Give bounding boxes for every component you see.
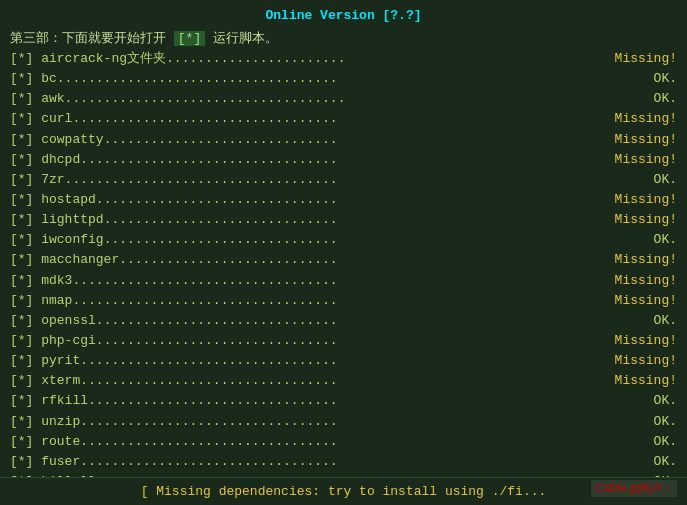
- status-missing: Missing!: [607, 271, 677, 291]
- status-missing: Missing!: [607, 351, 677, 371]
- dep-dots: .................................: [80, 432, 607, 452]
- bottom-message: [ Missing dependencies: try to install u…: [0, 477, 687, 505]
- dep-dots: ...............................: [96, 331, 607, 351]
- dep-row: [*] lighttpd............................…: [10, 210, 677, 230]
- status-ok: OK.: [607, 69, 677, 89]
- dep-dots: ..............................: [104, 210, 607, 230]
- dep-label: [*] awk: [10, 89, 65, 109]
- dep-row: [*] aircrack-ng文件夹......................…: [10, 49, 677, 69]
- dep-dots: ..............................: [104, 230, 607, 250]
- dep-dots: .................................: [80, 371, 607, 391]
- dep-dots: ....................................: [57, 69, 607, 89]
- dep-label: [*] macchanger: [10, 250, 119, 270]
- status-missing: Missing!: [607, 291, 677, 311]
- dep-label: [*] bc: [10, 69, 57, 89]
- dep-label: [*] rfkill: [10, 391, 88, 411]
- status-missing: Missing!: [607, 109, 677, 129]
- dep-label: [*] openssl: [10, 311, 96, 331]
- dep-label: [*] curl: [10, 109, 72, 129]
- status-missing: Missing!: [607, 150, 677, 170]
- dep-label: [*] nmap: [10, 291, 72, 311]
- section3-label: 第三部：下面就要开始打开 [*] 运行脚本。: [10, 29, 677, 47]
- dep-row: [*] hostapd.............................…: [10, 190, 677, 210]
- status-ok: OK.: [607, 391, 677, 411]
- status-ok: OK.: [607, 452, 677, 472]
- status-ok: OK.: [607, 230, 677, 250]
- status-ok: OK.: [607, 432, 677, 452]
- dep-label: [*] aircrack-ng文件夹: [10, 49, 166, 69]
- status-missing: Missing!: [607, 331, 677, 351]
- dep-row: [*] fuser...............................…: [10, 452, 677, 472]
- status-missing: Missing!: [607, 371, 677, 391]
- dep-row: [*] iwconfig............................…: [10, 230, 677, 250]
- dep-label: [*] mdk3: [10, 271, 72, 291]
- dep-dots: ..................................: [72, 291, 607, 311]
- dep-dots: .......................: [166, 49, 607, 69]
- status-ok: OK.: [607, 412, 677, 432]
- dep-row: [*] openssl.............................…: [10, 311, 677, 331]
- status-missing: Missing!: [607, 49, 677, 69]
- dep-row: [*] unzip...............................…: [10, 412, 677, 432]
- dep-label: [*] iwconfig: [10, 230, 104, 250]
- dep-row: [*] macchanger..........................…: [10, 250, 677, 270]
- watermark: CSDN @阿卢：: [591, 480, 677, 497]
- dep-row: [*] curl................................…: [10, 109, 677, 129]
- highlight-section: [*]: [174, 31, 205, 46]
- dep-label: [*] lighttpd: [10, 210, 104, 230]
- dep-label: [*] hostapd: [10, 190, 96, 210]
- status-missing: Missing!: [607, 250, 677, 270]
- dep-row: [*] 7zr.................................…: [10, 170, 677, 190]
- dep-row: [*] mdk3................................…: [10, 271, 677, 291]
- status-ok: OK.: [607, 311, 677, 331]
- dep-row: [*] dhcpd...............................…: [10, 150, 677, 170]
- dep-dots: ..................................: [72, 109, 607, 129]
- dep-dots: ..............................: [104, 130, 607, 150]
- dep-dots: .................................: [80, 150, 607, 170]
- dep-label: [*] 7zr: [10, 170, 65, 190]
- dep-dots: ....................................: [65, 89, 607, 109]
- dep-label: [*] php-cgi: [10, 331, 96, 351]
- dep-label: [*] dhcpd: [10, 150, 80, 170]
- dep-label: [*] pyrit: [10, 351, 80, 371]
- dep-row: [*] pyrit...............................…: [10, 351, 677, 371]
- dep-dots: ...............................: [96, 190, 607, 210]
- dep-dots: ................................: [88, 391, 607, 411]
- dep-row: [*] rfkill..............................…: [10, 391, 677, 411]
- dep-row: [*] php-cgi.............................…: [10, 331, 677, 351]
- header-title: Online Version [?.?]: [10, 8, 677, 23]
- dep-row: [*] route...............................…: [10, 432, 677, 452]
- dependency-list: [*] aircrack-ng文件夹......................…: [10, 49, 677, 492]
- dep-label: [*] unzip: [10, 412, 80, 432]
- dep-dots: ..................................: [72, 271, 607, 291]
- status-ok: OK.: [607, 170, 677, 190]
- dep-row: [*] xterm...............................…: [10, 371, 677, 391]
- status-missing: Missing!: [607, 190, 677, 210]
- dep-dots: ...............................: [96, 311, 607, 331]
- dep-row: [*] nmap................................…: [10, 291, 677, 311]
- dep-row: [*] bc..................................…: [10, 69, 677, 89]
- dep-dots: .................................: [80, 452, 607, 472]
- dep-dots: .................................: [80, 351, 607, 371]
- dep-label: [*] route: [10, 432, 80, 452]
- dep-row: [*] cowpatty............................…: [10, 130, 677, 150]
- dep-dots: ............................: [119, 250, 607, 270]
- dep-label: [*] xterm: [10, 371, 80, 391]
- status-missing: Missing!: [607, 130, 677, 150]
- dep-dots: ...................................: [65, 170, 607, 190]
- dep-row: [*] awk.................................…: [10, 89, 677, 109]
- dep-label: [*] cowpatty: [10, 130, 104, 150]
- dep-label: [*] fuser: [10, 452, 80, 472]
- terminal-window: Online Version [?.?] 第三部：下面就要开始打开 [*] 运行…: [0, 0, 687, 505]
- dep-dots: .................................: [80, 412, 607, 432]
- status-ok: OK.: [607, 89, 677, 109]
- status-missing: Missing!: [607, 210, 677, 230]
